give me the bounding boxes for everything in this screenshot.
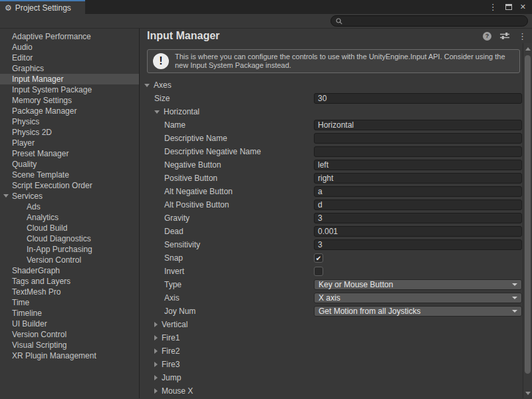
chevron-down-icon bbox=[512, 310, 517, 313]
sidebar-item-time[interactable]: Time bbox=[0, 297, 139, 308]
sidebar-item-services-version-control[interactable]: Version Control bbox=[0, 255, 139, 265]
row-alt-negative-button: Alt Negative Buttona bbox=[140, 185, 523, 198]
foldout-fire3[interactable]: Fire3 bbox=[140, 358, 523, 371]
window-menu-icon[interactable]: ⋮ bbox=[489, 3, 497, 11]
sidebar-item-audio[interactable]: Audio bbox=[0, 42, 139, 53]
text-field-descriptive-negative-name[interactable] bbox=[314, 146, 522, 157]
row-joy-num: Joy NumGet Motion from all Joysticks bbox=[140, 305, 523, 318]
sidebar-item-memory-settings[interactable]: Memory Settings bbox=[0, 95, 139, 106]
row-snap: Snap✔ bbox=[140, 251, 523, 265]
text-field-negative-button[interactable]: left bbox=[314, 160, 522, 170]
checkbox-snap[interactable]: ✔ bbox=[314, 253, 323, 263]
info-help-box: ! This is where you can configure the co… bbox=[147, 49, 520, 73]
sidebar-item-physics-2d[interactable]: Physics 2D bbox=[0, 127, 139, 138]
close-icon[interactable]: ✕ bbox=[520, 3, 526, 11]
sidebar-item-player[interactable]: Player bbox=[0, 138, 139, 148]
foldout-closed-icon[interactable] bbox=[154, 335, 158, 340]
sidebar-item-input-system-package[interactable]: Input System Package bbox=[0, 84, 139, 95]
sidebar-item-editor[interactable]: Editor bbox=[0, 53, 139, 63]
text-field-descriptive-name[interactable] bbox=[314, 133, 522, 144]
text-field-dead[interactable]: 0.001 bbox=[314, 226, 522, 237]
dropdown-type[interactable]: Key or Mouse Button bbox=[314, 279, 522, 290]
foldout-closed-icon[interactable] bbox=[154, 362, 158, 367]
title-bar: ⚙ Project Settings ⋮ ✕ bbox=[0, 0, 532, 14]
scroll-down-icon[interactable] bbox=[525, 392, 531, 395]
tab-project-settings[interactable]: ⚙ Project Settings bbox=[0, 0, 85, 14]
sidebar-item-in-app-purchasing[interactable]: In-App Purchasing bbox=[0, 244, 139, 255]
row-axis: AxisX axis bbox=[140, 291, 523, 305]
row-invert: Invert✔ bbox=[140, 265, 523, 278]
maximize-icon[interactable] bbox=[505, 4, 512, 10]
dropdown-joy-num[interactable]: Get Motion from all Joysticks bbox=[314, 306, 522, 317]
sidebar-item-services[interactable]: Services bbox=[0, 191, 139, 201]
panel-menu-icon[interactable]: ⋮ bbox=[518, 32, 527, 41]
sidebar-item-visual-scripting[interactable]: Visual Scripting bbox=[0, 340, 139, 350]
foldout-horizontal[interactable]: Horizontal bbox=[140, 105, 523, 118]
row-sensitivity: Sensitivity3 bbox=[140, 238, 523, 251]
chevron-down-icon bbox=[512, 283, 517, 286]
text-field-alt-negative-button[interactable]: a bbox=[314, 186, 522, 197]
sidebar-item-preset-manager[interactable]: Preset Manager bbox=[0, 148, 139, 159]
sidebar-item-script-execution-order[interactable]: Script Execution Order bbox=[0, 180, 139, 191]
foldout-vertical[interactable]: Vertical bbox=[140, 318, 523, 331]
foldout-closed-icon[interactable] bbox=[154, 348, 158, 354]
input-manager-panel: Input Manager ? ⋮ ! This is where you ca… bbox=[140, 29, 532, 398]
presets-icon[interactable] bbox=[500, 32, 509, 40]
sidebar-item-ui-builder[interactable]: UI Builder bbox=[0, 319, 139, 329]
foldout-mouse-x[interactable]: Mouse X bbox=[140, 384, 523, 398]
row-type: TypeKey or Mouse Button bbox=[140, 278, 523, 291]
sidebar-item-cloud-diagnostics[interactable]: Cloud Diagnostics bbox=[0, 233, 139, 244]
sidebar-item-ads[interactable]: Ads bbox=[0, 201, 139, 212]
sidebar-item-shadergraph[interactable]: ShaderGraph bbox=[0, 265, 139, 276]
foldout-jump[interactable]: Jump bbox=[140, 371, 523, 384]
help-box-text: This is where you can configure the cont… bbox=[175, 53, 514, 70]
text-field-name[interactable]: Horizontal bbox=[314, 120, 522, 130]
sidebar-item-graphics[interactable]: Graphics bbox=[0, 63, 139, 74]
foldout-closed-icon[interactable] bbox=[154, 375, 158, 380]
row-descriptive-negative-name: Descriptive Negative Name bbox=[140, 145, 523, 158]
page-title: Input Manager bbox=[147, 30, 219, 42]
sidebar-item-xr-plugin-management[interactable]: XR Plugin Management bbox=[0, 350, 139, 361]
scroll-up-icon[interactable] bbox=[525, 47, 531, 51]
tab-title: Project Settings bbox=[15, 3, 71, 13]
row-size: Size30 bbox=[140, 92, 523, 105]
dropdown-axis[interactable]: X axis bbox=[314, 293, 522, 303]
sidebar-item-scene-template[interactable]: Scene Template bbox=[0, 170, 139, 180]
sidebar-item-input-manager[interactable]: Input Manager bbox=[0, 74, 139, 84]
foldout-closed-icon[interactable] bbox=[154, 388, 158, 394]
sidebar-item-tags-and-layers[interactable]: Tags and Layers bbox=[0, 276, 139, 287]
sidebar-item-physics[interactable]: Physics bbox=[0, 116, 139, 127]
foldout-closed-icon[interactable] bbox=[154, 322, 158, 327]
sidebar-item-timeline[interactable]: Timeline bbox=[0, 308, 139, 319]
search-input[interactable] bbox=[342, 16, 523, 26]
sidebar-item-version-control[interactable]: Version Control bbox=[0, 329, 139, 340]
vertical-scrollbar[interactable] bbox=[523, 43, 532, 398]
text-field-sensitivity[interactable]: 3 bbox=[314, 239, 522, 250]
checkbox-invert[interactable]: ✔ bbox=[314, 267, 323, 276]
search-icon bbox=[336, 18, 342, 25]
axes-settings-list: Axes Size30 Horizontal NameHorizontal De… bbox=[140, 78, 523, 398]
foldout-axes[interactable]: Axes bbox=[140, 78, 523, 92]
text-field-positive-button[interactable]: right bbox=[314, 173, 522, 184]
foldout-fire2[interactable]: Fire2 bbox=[140, 344, 523, 358]
sidebar-item-cloud-build[interactable]: Cloud Build bbox=[0, 223, 139, 233]
sidebar-item-quality[interactable]: Quality bbox=[0, 159, 139, 170]
row-dead: Dead0.001 bbox=[140, 225, 523, 238]
sidebar-item-package-manager[interactable]: Package Manager bbox=[0, 106, 139, 116]
search-box[interactable] bbox=[331, 15, 528, 27]
foldout-open-icon[interactable] bbox=[3, 194, 9, 198]
text-field-alt-positive-button[interactable]: d bbox=[314, 200, 522, 210]
text-field-gravity[interactable]: 3 bbox=[314, 213, 522, 223]
foldout-open-icon[interactable] bbox=[144, 84, 150, 87]
foldout-open-icon[interactable] bbox=[154, 110, 160, 114]
scrollbar-thumb[interactable] bbox=[525, 55, 531, 374]
sidebar-item-textmesh-pro[interactable]: TextMesh Pro bbox=[0, 287, 139, 297]
info-bubble-icon: ! bbox=[153, 53, 169, 69]
text-field-size[interactable]: 30 bbox=[314, 93, 522, 104]
sidebar-item-analytics[interactable]: Analytics bbox=[0, 212, 139, 223]
foldout-fire1[interactable]: Fire1 bbox=[140, 331, 523, 344]
row-negative-button: Negative Buttonleft bbox=[140, 158, 523, 172]
row-alt-positive-button: Alt Positive Buttond bbox=[140, 198, 523, 211]
sidebar-item-adaptive-performance[interactable]: Adaptive Performance bbox=[0, 31, 139, 42]
help-icon[interactable]: ? bbox=[483, 32, 491, 41]
